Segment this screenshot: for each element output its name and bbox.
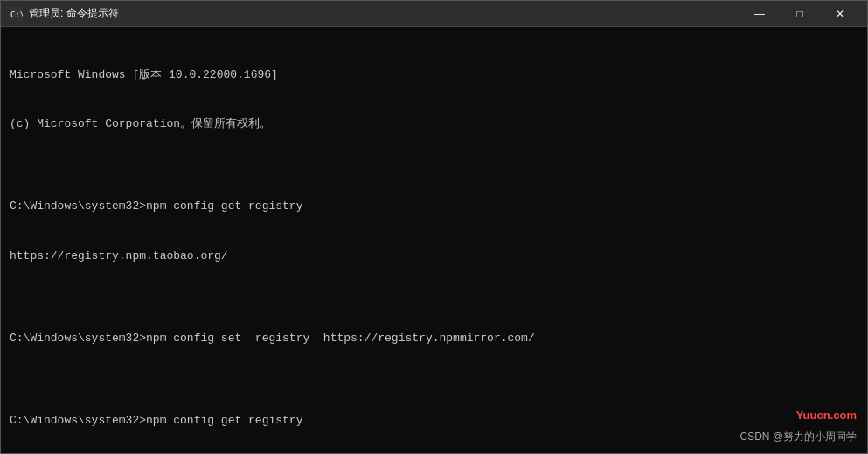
cmd-window: C:\ 管理员: 命令提示符 — □ ✕ Microsoft Windows […: [0, 0, 868, 454]
line-7: C:\Windows\system32>npm config set regis…: [10, 331, 858, 347]
terminal-output: Microsoft Windows [版本 10.0.22000.1696] (…: [10, 34, 858, 453]
window-controls: — □ ✕: [740, 1, 860, 27]
svg-text:C:\: C:\: [10, 10, 23, 19]
minimize-button[interactable]: —: [740, 1, 780, 27]
line-9: C:\Windows\system32>npm config get regis…: [10, 413, 858, 430]
csdn-credit: CSDN @努力的小周同学: [740, 430, 857, 444]
line-2: (c) Microsoft Corporation。保留所有权利。: [10, 116, 858, 133]
watermark-text: Yuucn.com: [796, 409, 857, 422]
maximize-button[interactable]: □: [780, 1, 820, 27]
terminal-icon: C:\: [8, 6, 24, 22]
line-1: Microsoft Windows [版本 10.0.22000.1696]: [10, 67, 858, 84]
terminal-body[interactable]: Microsoft Windows [版本 10.0.22000.1696] (…: [1, 27, 867, 453]
window-title: 管理员: 命令提示符: [29, 6, 740, 21]
line-5: https://registry.npm.taobao.org/: [10, 248, 858, 265]
title-bar: C:\ 管理员: 命令提示符 — □ ✕: [1, 1, 867, 27]
line-4: C:\Windows\system32>npm config get regis…: [10, 199, 858, 215]
close-button[interactable]: ✕: [820, 1, 860, 27]
